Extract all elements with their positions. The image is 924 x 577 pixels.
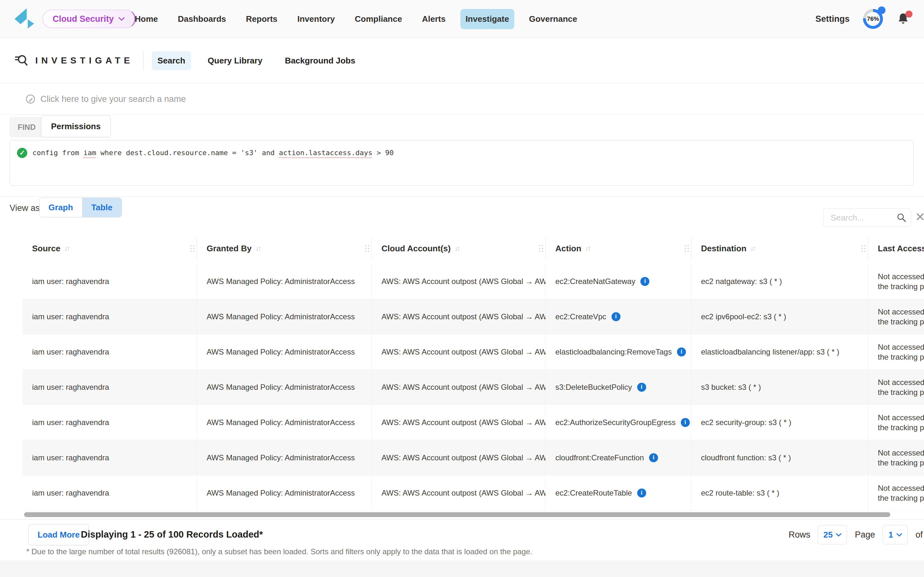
cell-cloud-accounts: AWS: AWS Account outpost (AWS Global → A…	[372, 264, 546, 299]
sort-icon[interactable]: ↓↑	[255, 245, 260, 252]
column-drag-handle-icon[interactable]	[539, 245, 540, 246]
cell-last-access-text: Not accessed in the tracking period	[878, 448, 924, 468]
column-header-action[interactable]: Action↓↑	[546, 237, 691, 259]
cell-granted-by: AWS Managed Policy: AdministratorAccess	[197, 299, 372, 334]
nav-item-dashboards[interactable]: Dashboards	[173, 9, 231, 29]
column-drag-handle-icon[interactable]	[685, 245, 686, 246]
cell-action: elasticloadbalancing:RemoveTagsi	[546, 334, 691, 369]
sort-icon[interactable]: ↓↑	[455, 245, 459, 252]
info-icon[interactable]: i	[637, 383, 646, 392]
cell-source: iam user: raghavendra	[23, 405, 197, 440]
cell-destination: s3 bucket: s3 ( * )	[691, 370, 868, 405]
cell-cloud-accounts-text: AWS: AWS Account outpost (AWS Global → A…	[381, 277, 546, 286]
column-header-label: Cloud Account(s)	[381, 243, 451, 253]
column-drag-handle-icon[interactable]	[365, 245, 367, 246]
tab-background-jobs[interactable]: Background Jobs	[279, 51, 361, 70]
query-segment: config from	[32, 149, 83, 157]
tab-query-library[interactable]: Query Library	[202, 51, 268, 70]
load-more-button[interactable]: Load More	[28, 524, 89, 545]
horizontal-scrollbar[interactable]	[24, 512, 890, 517]
nav-item-inventory[interactable]: Inventory	[292, 9, 340, 29]
table-row[interactable]: iam user: raghavendraAWS Managed Policy:…	[23, 264, 924, 299]
settings-button[interactable]: Settings	[815, 14, 850, 24]
sort-icon[interactable]: ↓↑	[585, 245, 590, 252]
view-option-graph[interactable]: Graph	[39, 198, 82, 217]
search-icon[interactable]	[897, 213, 906, 222]
query-segment: > 90	[373, 149, 394, 157]
table-row[interactable]: iam user: raghavendraAWS Managed Policy:…	[23, 370, 924, 405]
query-valid-check-icon: ✓	[17, 148, 27, 158]
table-body: iam user: raghavendraAWS Managed Policy:…	[23, 264, 924, 511]
table-row[interactable]: iam user: raghavendraAWS Managed Policy:…	[23, 440, 924, 475]
column-drag-handle-icon[interactable]	[190, 245, 192, 246]
nav-item-home[interactable]: Home	[129, 9, 163, 29]
cell-last-access: Not accessed in the tracking period	[868, 405, 924, 440]
nav-item-governance[interactable]: Governance	[524, 9, 582, 29]
results-table: Source↓↑Granted By↓↑Cloud Account(s)↓↑Ac…	[23, 237, 924, 512]
cell-granted-by-text: AWS Managed Policy: AdministratorAccess	[207, 277, 355, 286]
column-header-cloud-account-s[interactable]: Cloud Account(s)↓↑	[372, 237, 546, 259]
product-switcher-dropdown[interactable]: Cloud Security	[42, 10, 136, 28]
rows-per-page-select[interactable]: 25	[818, 525, 847, 544]
view-option-table[interactable]: Table	[82, 198, 121, 217]
query-segment: where dest.cloud.resource.name = 's3' an…	[96, 149, 279, 157]
nav-item-alerts[interactable]: Alerts	[417, 9, 451, 29]
info-icon[interactable]: i	[637, 488, 646, 498]
query-type-button[interactable]: Permissions	[41, 115, 111, 137]
cell-destination: ec2 natgateway: s3 ( * )	[691, 264, 868, 299]
table-row[interactable]: iam user: raghavendraAWS Managed Policy:…	[23, 405, 924, 440]
table-search-input[interactable]	[824, 213, 897, 223]
cell-destination-text: ec2 natgateway: s3 ( * )	[701, 277, 782, 286]
page-value: 1	[888, 530, 893, 540]
cell-granted-by: AWS Managed Policy: AdministratorAccess	[197, 370, 372, 405]
topbar-right-cluster: Settings 76%	[815, 0, 911, 38]
column-header-label: Destination	[701, 243, 746, 253]
usage-percent-value: 76%	[866, 12, 880, 26]
clear-search-icon[interactable]: ✕	[915, 211, 924, 223]
cell-last-access: Not accessed in the tracking period	[868, 299, 924, 334]
table-row[interactable]: iam user: raghavendraAWS Managed Policy:…	[23, 475, 924, 511]
column-drag-handle-icon[interactable]	[861, 245, 863, 246]
cell-action: ec2:AuthorizeSecurityGroupEgressi	[546, 405, 691, 440]
cell-destination-text: s3 bucket: s3 ( * )	[701, 383, 761, 392]
cell-source: iam user: raghavendra	[23, 475, 197, 510]
info-icon[interactable]: i	[612, 312, 620, 321]
sort-icon[interactable]: ↓↑	[750, 245, 755, 252]
cell-last-access: Not accessed in the tracking period	[868, 440, 924, 475]
column-header-source[interactable]: Source↓↑	[23, 237, 197, 259]
cell-last-access: Not accessed in the tracking period	[868, 334, 924, 369]
nav-item-reports[interactable]: Reports	[241, 9, 283, 29]
cell-cloud-accounts: AWS: AWS Account outpost (AWS Global → A…	[372, 475, 546, 510]
view-as-label: View as	[10, 203, 40, 213]
query-text[interactable]: config from iam where dest.cloud.resourc…	[32, 149, 394, 157]
investigate-header-bar: INVESTIGATE SearchQuery LibraryBackgroun…	[0, 38, 924, 83]
tab-search[interactable]: Search	[152, 51, 191, 70]
info-icon[interactable]: i	[677, 348, 686, 356]
cell-last-access: Not accessed in the tracking period	[868, 264, 924, 299]
info-icon[interactable]: i	[649, 453, 658, 462]
page-select[interactable]: 1	[883, 525, 908, 544]
cell-granted-by-text: AWS Managed Policy: AdministratorAccess	[207, 453, 355, 462]
cell-source-text: iam user: raghavendra	[32, 277, 109, 286]
column-header-destination[interactable]: Destination↓↑	[691, 237, 868, 259]
usage-progress-ring[interactable]: 76%	[863, 9, 883, 29]
sort-icon[interactable]: ↓↑	[64, 245, 69, 252]
column-header-label: Action	[556, 243, 582, 253]
search-name-placeholder[interactable]: Click here to give your search a name	[40, 94, 186, 104]
table-row[interactable]: iam user: raghavendraAWS Managed Policy:…	[23, 299, 924, 334]
notifications-button[interactable]	[897, 11, 911, 27]
info-icon[interactable]: i	[640, 277, 649, 286]
info-icon[interactable]: i	[681, 418, 690, 427]
query-input-panel[interactable]: ✓ config from iam where dest.cloud.resou…	[10, 140, 914, 185]
table-footer: Load More Displaying 1 - 25 of 100 Recor…	[0, 519, 924, 560]
column-header-granted-by[interactable]: Granted By↓↑	[197, 237, 372, 259]
cell-action: s3:DeleteBucketPolicyi	[546, 370, 691, 405]
page-of-label: of	[915, 530, 923, 540]
table-row[interactable]: iam user: raghavendraAWS Managed Policy:…	[23, 334, 924, 370]
nav-item-investigate[interactable]: Investigate	[460, 9, 514, 29]
cell-last-access-text: Not accessed in the tracking period	[878, 271, 924, 292]
cell-cloud-accounts-text: AWS: AWS Account outpost (AWS Global → A…	[381, 312, 546, 321]
cell-source: iam user: raghavendra	[23, 334, 197, 369]
column-header-last-access[interactable]: Last Access↓↑	[868, 237, 924, 259]
nav-item-compliance[interactable]: Compliance	[350, 9, 407, 29]
